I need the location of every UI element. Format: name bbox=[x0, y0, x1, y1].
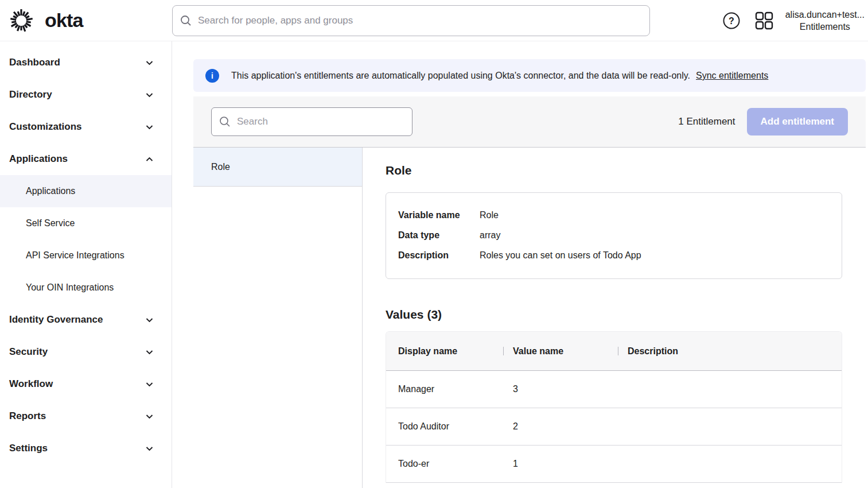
column-header-label: Description bbox=[628, 346, 678, 357]
sidebar-item-label: Directory bbox=[9, 89, 52, 100]
info-banner-text: This application's entitlements are auto… bbox=[231, 68, 768, 83]
cell-value-name: 3 bbox=[501, 384, 616, 394]
values-table: Display name Value name Description bbox=[386, 331, 842, 483]
cell-display-name: Manager bbox=[386, 384, 501, 394]
sidebar-subitem-label: Applications bbox=[26, 186, 75, 196]
column-header-display-name: Display name bbox=[386, 346, 501, 357]
info-icon: i bbox=[205, 69, 219, 83]
sidebar-item-settings[interactable]: Settings bbox=[0, 432, 172, 464]
entitlements-split: Role Role Variable name Role Data type bbox=[193, 147, 866, 488]
cell-value-name: 2 bbox=[501, 421, 616, 432]
sidebar-item-label: Reports bbox=[9, 410, 46, 422]
okta-admin-console: okta ? alisa. bbox=[0, 0, 868, 488]
field-value: Roles you can set on users of Todo App bbox=[480, 245, 641, 265]
chevron-down-icon bbox=[145, 315, 154, 325]
sidebar-subitem-api-service-integrations[interactable]: API Service Integrations bbox=[0, 239, 172, 272]
top-header: okta ? alisa. bbox=[0, 0, 868, 41]
field-row-description: Description Roles you can set on users o… bbox=[398, 245, 842, 265]
sidebar-item-security[interactable]: Security bbox=[0, 336, 172, 368]
column-header-label: Display name bbox=[398, 346, 457, 357]
help-icon[interactable]: ? bbox=[722, 11, 741, 30]
okta-sunburst-icon bbox=[9, 8, 34, 33]
sidebar-subitem-self-service[interactable]: Self Service bbox=[0, 207, 172, 239]
column-header-value-name: Value name bbox=[501, 346, 616, 357]
chevron-up-icon bbox=[145, 154, 154, 164]
entitlements-toolbar: 1 Entitlement Add entitlement bbox=[193, 96, 866, 147]
sidebar-item-directory[interactable]: Directory bbox=[0, 79, 172, 111]
user-context: Entitlements bbox=[785, 21, 865, 33]
field-value: Role bbox=[480, 205, 499, 225]
field-label: Data type bbox=[398, 225, 480, 245]
sidebar-item-label: Identity Governance bbox=[9, 314, 103, 326]
add-entitlement-button[interactable]: Add entitlement bbox=[747, 108, 848, 135]
user-name: alisa.duncan+test... bbox=[785, 9, 865, 21]
sidebar-item-label: Applications bbox=[9, 153, 68, 165]
apps-grid-icon[interactable] bbox=[754, 11, 774, 30]
field-value: array bbox=[480, 225, 500, 245]
entitlement-count: 1 Entitlement bbox=[678, 116, 735, 127]
cell-display-name: Todo Auditor bbox=[386, 421, 501, 432]
sidebar-item-label: Customizations bbox=[9, 121, 82, 133]
search-icon bbox=[180, 15, 192, 26]
column-header-description: Description bbox=[616, 346, 842, 357]
app-body: Dashboard Directory Customizations Appli… bbox=[0, 41, 868, 488]
sidebar-item-applications[interactable]: Applications bbox=[0, 143, 172, 175]
chevron-down-icon bbox=[145, 347, 154, 357]
sidebar-subitem-your-oin-integrations[interactable]: Your OIN Integrations bbox=[0, 272, 172, 304]
sidebar-item-label: Dashboard bbox=[9, 57, 60, 68]
global-search-input[interactable] bbox=[172, 5, 650, 36]
sidebar-item-customizations[interactable]: Customizations bbox=[0, 111, 172, 143]
sidebar-item-identity-governance[interactable]: Identity Governance bbox=[0, 304, 172, 336]
table-row: Manager 3 bbox=[386, 371, 842, 408]
sidebar-item-label: Security bbox=[9, 346, 48, 358]
info-banner: i This application's entitlements are au… bbox=[193, 59, 866, 92]
entitlements-search-input[interactable] bbox=[211, 107, 412, 136]
table-row: Todo Auditor 2 bbox=[386, 408, 842, 446]
sidebar-subitem-label: Your OIN Integrations bbox=[26, 282, 114, 293]
sidebar-subitem-label: API Service Integrations bbox=[26, 250, 124, 261]
table-row: Todo-er 1 bbox=[386, 446, 842, 483]
entitlements-list: Role bbox=[193, 148, 363, 488]
sidebar-subitem-label: Self Service bbox=[26, 218, 75, 228]
svg-text:?: ? bbox=[729, 16, 734, 26]
user-menu[interactable]: alisa.duncan+test... Entitlements bbox=[785, 9, 868, 33]
entitlement-item-role[interactable]: Role bbox=[193, 148, 362, 187]
sidebar-subitem-applications[interactable]: Applications bbox=[0, 175, 172, 207]
sidebar-item-workflow[interactable]: Workflow bbox=[0, 368, 172, 400]
chevron-down-icon bbox=[145, 90, 154, 100]
sync-entitlements-link[interactable]: Sync entitlements bbox=[696, 71, 768, 80]
sidebar-item-dashboard[interactable]: Dashboard bbox=[0, 47, 172, 79]
global-search bbox=[172, 5, 650, 36]
field-label: Variable name bbox=[398, 205, 480, 225]
sidebar-item-label: Workflow bbox=[9, 378, 53, 390]
chevron-down-icon bbox=[145, 58, 154, 68]
entitlement-item-label: Role bbox=[211, 162, 230, 172]
okta-wordmark: okta bbox=[45, 9, 83, 32]
values-table-header: Display name Value name Description bbox=[386, 332, 842, 371]
detail-card: Variable name Role Data type array Descr… bbox=[386, 192, 842, 279]
entitlements-panel: 1 Entitlement Add entitlement Role Role bbox=[193, 96, 866, 488]
column-header-label: Value name bbox=[513, 346, 563, 357]
values-heading: Values (3) bbox=[386, 305, 842, 324]
sidebar-item-label: Settings bbox=[9, 443, 48, 454]
chevron-down-icon bbox=[145, 379, 154, 389]
chevron-down-icon bbox=[145, 122, 154, 132]
column-separator bbox=[503, 347, 504, 355]
field-row-data-type: Data type array bbox=[398, 225, 842, 245]
detail-title: Role bbox=[386, 161, 842, 180]
field-label: Description bbox=[398, 245, 480, 265]
okta-logo[interactable]: okta bbox=[0, 8, 172, 33]
info-banner-message: This application's entitlements are auto… bbox=[231, 71, 690, 80]
sidebar-item-reports[interactable]: Reports bbox=[0, 400, 172, 432]
entitlement-detail: Role Variable name Role Data type array bbox=[363, 148, 866, 488]
field-row-variable-name: Variable name Role bbox=[398, 205, 842, 225]
chevron-down-icon bbox=[145, 412, 154, 421]
chevron-down-icon bbox=[145, 444, 154, 454]
search-icon bbox=[219, 116, 231, 127]
cell-value-name: 1 bbox=[501, 459, 616, 469]
entitlements-search bbox=[211, 107, 412, 136]
column-separator bbox=[618, 347, 618, 355]
sidebar-nav: Dashboard Directory Customizations Appli… bbox=[0, 41, 172, 488]
cell-display-name: Todo-er bbox=[386, 459, 501, 469]
main-content: i This application's entitlements are au… bbox=[172, 41, 868, 488]
